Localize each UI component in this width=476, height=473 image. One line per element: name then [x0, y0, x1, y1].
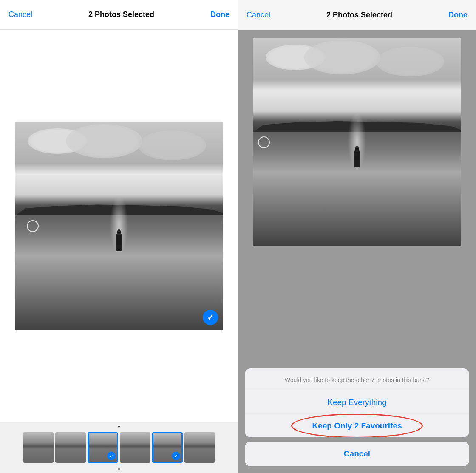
- filmstrip-thumb-1[interactable]: [23, 432, 54, 463]
- right-edge-selector: [258, 136, 270, 148]
- cloud2: [66, 124, 142, 158]
- filmstrip-thumb-5[interactable]: ✓: [152, 432, 183, 463]
- right-title: 2 Photos Selected: [326, 11, 392, 20]
- right-fisherman-silhouette: [354, 150, 360, 167]
- left-header: Cancel 2 Photos Selected Done: [0, 0, 238, 30]
- water-glare: [102, 183, 136, 268]
- filmstrip-thumb-2[interactable]: [55, 432, 86, 463]
- dialog-message: Would you like to keep the other 7 photo…: [245, 368, 469, 391]
- left-title: 2 Photos Selected: [88, 10, 154, 19]
- main-photo-left[interactable]: [15, 122, 223, 330]
- selected-checkmark-badge: [203, 310, 218, 325]
- filmstrip-thumb-3[interactable]: ✓: [88, 432, 118, 463]
- filmstrip-scroll-dot: [118, 468, 120, 470]
- right-cancel-button[interactable]: Cancel: [246, 11, 270, 20]
- main-photo-right[interactable]: [253, 38, 461, 246]
- keep-everything-button[interactable]: Keep Everything: [245, 391, 469, 414]
- fisherman-silhouette: [116, 234, 122, 251]
- keep-only-favourites-button[interactable]: Keep Only 2 Favourites: [245, 414, 469, 437]
- thumb-check-5: ✓: [172, 452, 180, 460]
- dialog-box: Would you like to keep the other 7 photo…: [245, 368, 469, 437]
- left-image-area: [0, 30, 238, 422]
- filmstrip-thumb-6[interactable]: [184, 432, 215, 463]
- filmstrip-thumb-4[interactable]: [120, 432, 150, 463]
- right-photo-background: [253, 38, 461, 246]
- filmstrip: ▼ ✓ ✓: [0, 422, 238, 473]
- filmstrip-arrow: ▼: [117, 425, 121, 429]
- right-water-glare: [340, 99, 374, 184]
- photo-background: [15, 122, 223, 330]
- left-panel: Cancel 2 Photos Selected Done ▼: [0, 0, 238, 473]
- right-panel: Cancel 2 Photos Selected Done Would you …: [238, 0, 476, 473]
- keep-only-favourites-label: Keep Only 2 Favourites: [312, 421, 402, 430]
- right-cloud3: [376, 47, 444, 76]
- dialog-cancel-button[interactable]: Cancel: [245, 442, 469, 466]
- right-done-button[interactable]: Done: [448, 11, 468, 20]
- thumb-check-3: ✓: [107, 452, 116, 460]
- left-done-button[interactable]: Done: [210, 10, 230, 19]
- right-cloud2: [304, 40, 380, 74]
- right-header: Cancel 2 Photos Selected Done: [238, 0, 476, 30]
- cloud3: [138, 130, 206, 160]
- left-edge-selector: [27, 220, 39, 232]
- dialog-overlay: Would you like to keep the other 7 photo…: [238, 368, 476, 473]
- left-cancel-button[interactable]: Cancel: [8, 10, 32, 19]
